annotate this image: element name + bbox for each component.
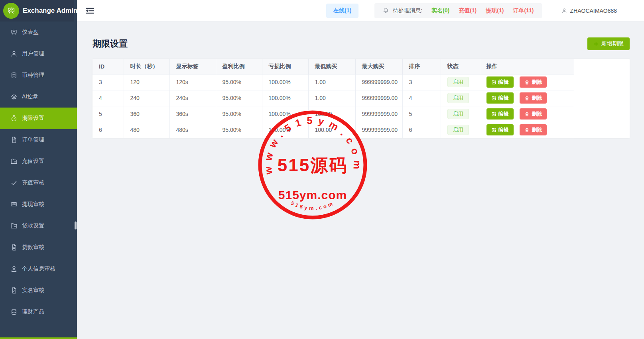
sidebar-menu: 仪表盘 用户管理 币种管理 AI控盘 期限设置 订单管理 充值设置 充值审核 提… [0, 22, 77, 323]
sidebar-item-实名审核[interactable]: 实名审核 [0, 280, 77, 301]
sidebar-item-用户管理[interactable]: 用户管理 [0, 43, 77, 65]
plus-icon [593, 41, 599, 47]
delete-button[interactable]: 删除 [520, 92, 547, 104]
edit-icon [491, 127, 496, 133]
online-badge[interactable]: 在线(1) [326, 4, 358, 18]
user-menu[interactable]: ZHAOCAIMAO888 [561, 8, 617, 14]
file-check-icon [10, 287, 18, 294]
sidebar-item-AI控盘[interactable]: AI控盘 [0, 86, 77, 108]
cell-min-buy: 100.00 [308, 106, 355, 122]
delete-button[interactable]: 删除 [520, 108, 547, 120]
cell-loss-ratio: 100.00% [262, 122, 308, 138]
sidebar-item-充值审核[interactable]: 充值审核 [0, 172, 77, 194]
cell-status: 启用 [441, 122, 480, 138]
edit-button[interactable]: 编辑 [486, 92, 514, 104]
column-header: 排序 [402, 59, 441, 74]
pending-badge[interactable]: 实名(0) [431, 7, 449, 14]
sidebar-item-贷款设置[interactable]: 贷款设置 [0, 215, 77, 237]
folder-icon [10, 222, 18, 229]
edit-button[interactable]: 编辑 [486, 108, 514, 120]
sidebar-item-label: 仪表盘 [22, 29, 39, 36]
trash-icon [524, 127, 530, 133]
sidebar-item-期限设置[interactable]: 期限设置 [0, 108, 77, 129]
pending-messages-bar: 待处理消息: 实名(0) 充值(1) 提现(1) 订单(11) [374, 3, 542, 18]
cell-max-buy: 999999999.00 [355, 122, 402, 138]
cell-actions: 编辑 删除 [480, 74, 574, 90]
pending-badge[interactable]: 充值(1) [459, 7, 477, 14]
page-header: 期限设置 新增期限 [77, 22, 644, 59]
column-header: 操作 [480, 59, 574, 74]
status-badge: 启用 [447, 109, 469, 119]
main-content: 期限设置 新增期限 ID时长（秒）显示标签盈利比例亏损比例最低购买最大购买排序状… [77, 22, 644, 339]
sidebar-toggle-icon[interactable] [86, 8, 94, 14]
folder-icon [10, 158, 18, 165]
cell-sort: 6 [402, 122, 441, 138]
edit-button[interactable]: 编辑 [486, 76, 514, 88]
add-period-button[interactable]: 新增期限 [587, 37, 630, 50]
add-period-button-label: 新增期限 [601, 40, 624, 47]
user-icon [561, 8, 567, 14]
user-fill-icon [10, 265, 18, 272]
sidebar-item-label: 贷款审核 [22, 244, 44, 251]
cell-duration: 360 [124, 106, 169, 122]
sidebar-item-label: 订单管理 [22, 136, 44, 143]
cell-sort: 5 [402, 106, 441, 122]
sidebar-item-label: AI控盘 [22, 93, 38, 100]
pending-badge[interactable]: 订单(11) [513, 7, 534, 14]
cell-display-label: 240s [169, 90, 216, 106]
cell-actions: 编辑 删除 [480, 122, 574, 138]
sidebar-item-订单管理[interactable]: 订单管理 [0, 129, 77, 151]
cell-loss-ratio: 100.00% [262, 74, 308, 90]
cell-max-buy: 999999999.00 [355, 106, 402, 122]
pending-badge[interactable]: 提现(1) [486, 7, 504, 14]
table-row: 5 360 360s 95.00% 100.00% 100.00 9999999… [93, 106, 574, 122]
pending-messages-label: 待处理消息: [393, 7, 422, 14]
status-badge: 启用 [447, 77, 469, 87]
gear-icon [10, 93, 18, 100]
sidebar-item-label: 充值设置 [22, 158, 44, 165]
cell-display-label: 120s [169, 74, 216, 90]
column-header: 盈利比例 [216, 59, 262, 74]
edit-icon [491, 112, 496, 117]
column-header: 最低购买 [308, 59, 355, 74]
sidebar-item-充值设置[interactable]: 充值设置 [0, 151, 77, 172]
edit-button[interactable]: 编辑 [486, 124, 514, 135]
cell-min-buy: 1.00 [308, 90, 355, 106]
cell-min-buy: 100.00 [308, 122, 355, 138]
sidebar-item-提现审核[interactable]: 提现审核 [0, 194, 77, 215]
sidebar-item-个人信息审核[interactable]: 个人信息审核 [0, 258, 77, 280]
username: ZHAOCAIMAO888 [570, 8, 617, 14]
sidebar-item-label: 个人信息审核 [22, 265, 55, 272]
cell-id: 6 [93, 122, 124, 138]
user-icon [10, 50, 18, 57]
sidebar-scrollbar-thumb[interactable] [75, 221, 77, 229]
cell-profit-ratio: 95.00% [216, 74, 262, 90]
status-badge: 启用 [447, 93, 469, 103]
file-icon [10, 244, 18, 251]
sidebar-item-理财产品[interactable]: 理财产品 [0, 301, 77, 323]
sidebar-item-贷款审核[interactable]: 贷款审核 [0, 237, 77, 258]
cell-sort: 4 [402, 90, 441, 106]
delete-button[interactable]: 删除 [520, 124, 547, 135]
cell-loss-ratio: 100.00% [262, 90, 308, 106]
status-badge: 启用 [447, 125, 469, 135]
cell-status: 启用 [441, 90, 480, 106]
page-title: 期限设置 [93, 38, 128, 50]
column-header: 最大购买 [355, 59, 402, 74]
column-header: 亏损比例 [262, 59, 308, 74]
sidebar-item-label: 贷款设置 [22, 222, 44, 229]
delete-button[interactable]: 删除 [520, 76, 547, 88]
cell-id: 4 [93, 90, 124, 106]
check-icon [10, 179, 18, 186]
cell-profit-ratio: 95.00% [216, 122, 262, 138]
sidebar-item-label: 币种管理 [22, 72, 44, 79]
sidebar: Exchange Admin 仪表盘 用户管理 币种管理 AI控盘 期限设置 订… [0, 0, 77, 339]
sidebar-item-币种管理[interactable]: 币种管理 [0, 65, 77, 86]
cell-duration: 120 [124, 74, 169, 90]
logo-bar: Exchange Admin [0, 0, 74, 22]
sidebar-item-仪表盘[interactable]: 仪表盘 [0, 22, 77, 43]
cell-actions: 编辑 删除 [480, 106, 574, 122]
coins-icon [10, 308, 18, 315]
timer-icon [10, 115, 18, 122]
column-header: 显示标签 [169, 59, 216, 74]
